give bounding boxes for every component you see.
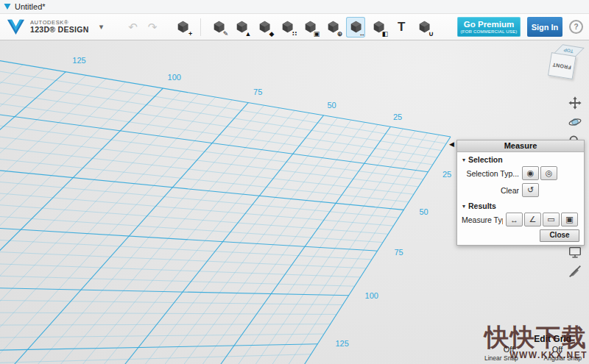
text-icon[interactable]: T xyxy=(392,17,411,38)
display-nav-column xyxy=(567,244,583,279)
tool-badge: ∪ xyxy=(428,31,434,38)
linear-snap-label: Linear Snap xyxy=(484,354,518,362)
orbit-button[interactable] xyxy=(567,114,583,130)
toolbar-right-cluster: Go Premium (FOR COMMERCIAL USE) Sign In … xyxy=(457,17,583,37)
tool-badge: + xyxy=(188,31,192,38)
clear-selection-button[interactable]: ↺ xyxy=(522,183,539,197)
selection-type-row: Selection Typ... ◉◎ xyxy=(457,165,584,182)
window-title: Untitled* xyxy=(15,2,46,11)
measure-distance-button[interactable]: ↔ xyxy=(506,213,523,226)
tool-badge: ◆ xyxy=(269,31,274,38)
slashed-pencil-icon xyxy=(568,264,582,279)
grid-axis-label: 125 xyxy=(72,56,85,65)
measure-panel: ◀ Measure ▾ Selection Selection Typ... ◉… xyxy=(456,140,585,246)
angular-snap-value[interactable]: Off xyxy=(552,345,562,354)
view-cube-front-face[interactable]: FRONT xyxy=(548,52,576,79)
text-tool-glyph: T xyxy=(398,21,405,33)
pan-icon xyxy=(568,96,582,110)
sign-in-button[interactable]: Sign In xyxy=(527,17,562,37)
clear-button-wrap: ↺ xyxy=(522,183,540,197)
grid-axis-label: 75 xyxy=(253,88,262,96)
hide-sketches-button[interactable] xyxy=(567,263,583,279)
sketch-icon[interactable]: ✎ xyxy=(209,17,228,38)
tool-badge: ◧ xyxy=(382,31,389,38)
panel-collapse-icon[interactable]: ◀ xyxy=(449,141,454,148)
combine-icon[interactable]: ⊕ xyxy=(323,17,342,38)
measure-type-buttons: ↔∠▭▣ xyxy=(506,213,579,226)
grid-axis-label: 75 xyxy=(394,248,403,257)
results-section-header[interactable]: ▾ Results xyxy=(457,199,584,211)
brand-block: AUTODESK® 123D® DESIGN ▾ xyxy=(6,17,103,37)
brand-line2: 123D® DESIGN xyxy=(30,26,89,34)
selection-type-label: Selection Typ... xyxy=(462,169,519,178)
edit-grid-button[interactable]: Edit Grid xyxy=(484,334,582,344)
tool-badge: ↔ xyxy=(359,31,365,38)
select-solids-button[interactable]: ◉ xyxy=(522,166,539,180)
measure-area-button[interactable]: ▭ xyxy=(543,213,560,226)
main-toolbar: AUTODESK® 123D® DESIGN ▾ ↶ ↷ +✎▲◆∷▣⊕↔◧T∪… xyxy=(0,14,589,40)
select-faces-button[interactable]: ◎ xyxy=(540,166,557,180)
undo-button[interactable]: ↶ xyxy=(128,21,138,32)
selection-section-label: Selection xyxy=(468,155,503,164)
snap-values-row: Off Off xyxy=(484,345,582,354)
view-cube[interactable]: TOP FRONT xyxy=(547,43,583,82)
primitives-icon[interactable]: + xyxy=(173,17,192,38)
grid-axis-label: 25 xyxy=(442,170,451,179)
brand-text: AUTODESK® 123D® DESIGN xyxy=(30,20,89,34)
tool-badge: ⊕ xyxy=(337,31,343,38)
cube-glyph xyxy=(177,21,189,33)
tool-badge: ▲ xyxy=(244,31,251,38)
grid-axis-label: 50 xyxy=(419,207,428,216)
clear-label: Clear xyxy=(462,186,519,195)
view-settings-button[interactable] xyxy=(567,244,583,260)
angular-snap-label: Angular Snap xyxy=(543,354,582,362)
redo-button[interactable]: ↷ xyxy=(148,21,158,32)
undo-redo-group: ↶ ↷ xyxy=(128,21,157,32)
tool-badge: ∷ xyxy=(292,31,297,38)
tool-badge: ✎ xyxy=(223,31,229,38)
grid-axis-label: 125 xyxy=(335,339,348,348)
orbit-icon xyxy=(568,115,582,129)
selection-type-buttons: ◉◎ xyxy=(522,166,559,180)
viewport-3d[interactable]: TOP FRONT xyxy=(0,40,589,364)
selection-section-header[interactable]: ▾ Selection xyxy=(457,152,584,165)
go-premium-button[interactable]: Go Premium (FOR COMMERCIAL USE) xyxy=(457,17,521,37)
title-bar: Untitled* xyxy=(0,0,589,14)
toolbar-separator xyxy=(200,18,201,36)
measure-type-row: Measure Typ... ↔∠▭▣ xyxy=(457,211,584,228)
go-premium-sublabel: (FOR COMMERCIAL USE) xyxy=(457,29,521,35)
main-menu-chevron-icon[interactable]: ▾ xyxy=(99,22,104,32)
modify-icon[interactable]: ◆ xyxy=(255,17,274,38)
grid-axis-label: 25 xyxy=(393,113,402,121)
edit-grid-controls: Edit Grid Off Off Linear Snap Angular Sn… xyxy=(484,334,582,362)
view-cube-front-label: FRONT xyxy=(552,62,571,70)
pattern-icon[interactable]: ∷ xyxy=(278,17,297,38)
app-icon xyxy=(4,3,11,10)
monitor-icon xyxy=(568,245,582,260)
section-collapse-icon: ▾ xyxy=(462,203,465,210)
snap-icon[interactable]: ∪ xyxy=(415,17,434,38)
help-button[interactable]: ? xyxy=(569,20,583,34)
grouping-icon[interactable]: ▣ xyxy=(300,17,320,38)
results-section-label: Results xyxy=(468,201,496,210)
measure-type-label: Measure Typ... xyxy=(462,215,503,224)
go-premium-label: Go Premium xyxy=(457,20,521,29)
measure-panel-header[interactable]: Measure xyxy=(457,140,584,152)
measure-angle-button[interactable]: ∠ xyxy=(524,213,541,226)
view-cube-top-label: TOP xyxy=(563,48,574,54)
clear-row: Clear ↺ xyxy=(457,182,584,199)
measure-icon[interactable]: ↔ xyxy=(346,17,365,38)
section-collapse-icon: ▾ xyxy=(462,157,465,163)
measure-volume-button[interactable]: ▣ xyxy=(561,213,578,226)
close-button[interactable]: Close xyxy=(540,229,579,242)
autodesk-123d-logo xyxy=(6,17,26,37)
linear-snap-value[interactable]: Off xyxy=(504,345,514,354)
pan-button[interactable] xyxy=(567,95,583,111)
tool-badge: ▣ xyxy=(314,31,320,38)
toolbar-tools: +✎▲◆∷▣⊕↔◧T∪ xyxy=(173,17,434,38)
grid-axis-label: 50 xyxy=(327,101,336,110)
snap-labels-row: Linear Snap Angular Snap xyxy=(484,354,582,362)
grid-axis-label: 100 xyxy=(168,73,181,82)
material-icon[interactable]: ◧ xyxy=(369,17,388,38)
construct-icon[interactable]: ▲ xyxy=(232,17,251,38)
